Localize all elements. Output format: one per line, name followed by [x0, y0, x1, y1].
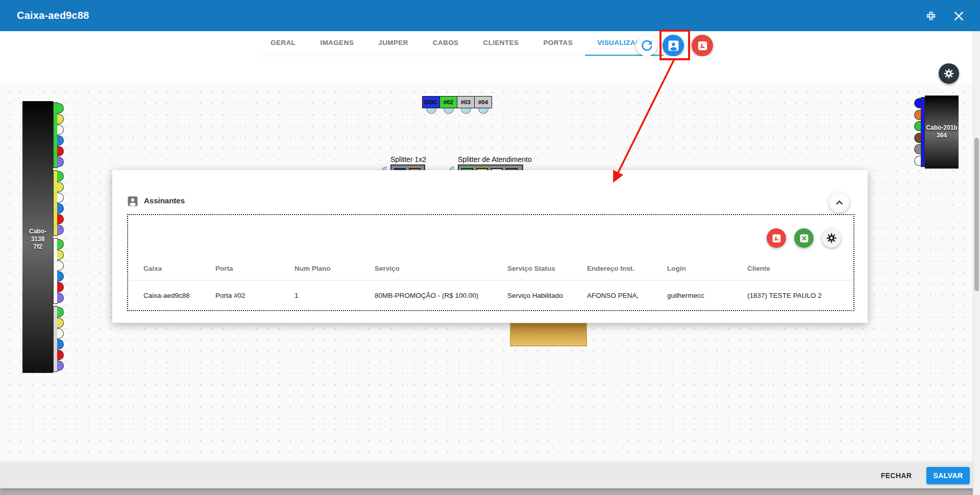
column-header: Serviço Status [507, 265, 587, 272]
fiber-connector [57, 214, 64, 224]
fiber-connector [57, 271, 64, 281]
port-box[interactable]: #02 [440, 96, 457, 114]
fiber-tube [53, 170, 58, 236]
subscribers-table-container: Caixa Porta Num Plano Serviço Serviço St… [127, 214, 854, 311]
caixa-dialog: Caixa-aed9c88 GERAL IMAGENS JUMPER CABOS… [0, 0, 980, 495]
fiber-connector [57, 318, 64, 328]
fiber-tube [53, 238, 58, 304]
collapse-panel-button[interactable] [829, 192, 849, 213]
tabs-bar: GERAL IMAGENS JUMPER CABOS CLIENTES PORT… [0, 31, 973, 56]
fiber-connector [57, 182, 64, 192]
save-button[interactable]: SALVAR [926, 467, 970, 484]
column-header: Serviço [375, 265, 507, 272]
port-connector [444, 108, 454, 114]
port-connector [478, 108, 488, 114]
refresh-button[interactable] [636, 35, 657, 56]
port-box[interactable]: #04 [475, 96, 492, 114]
table-export-excel-button[interactable] [794, 228, 814, 248]
fiber-connector [57, 282, 64, 292]
fiber-connector [57, 103, 64, 113]
export-pdf-button[interactable] [692, 35, 713, 56]
tab-geral[interactable]: GERAL [258, 31, 308, 56]
fiber-connector [914, 156, 921, 166]
fiber-connector [914, 110, 921, 120]
column-header: Num Plano [295, 265, 375, 272]
fiber-connector [57, 250, 64, 260]
subscribers-button[interactable] [663, 35, 684, 56]
table-settings-button[interactable] [822, 228, 841, 248]
table-export-pdf-button[interactable] [767, 228, 786, 248]
pdf-icon [771, 233, 782, 244]
fiber-connector [57, 135, 64, 146]
port-box-label: DOC [424, 99, 437, 105]
gear-icon [943, 68, 954, 79]
cell-porta: Porta #02 [215, 292, 295, 299]
excel-icon [799, 233, 810, 244]
canvas-settings-button[interactable] [939, 63, 959, 84]
tab-imagens[interactable]: IMAGENS [308, 31, 366, 56]
gear-icon [826, 232, 837, 244]
dialog-footer: FECHAR SALVAR [0, 463, 980, 488]
splitter-body[interactable] [510, 323, 587, 346]
tab-list: GERAL IMAGENS JUMPER CABOS CLIENTES PORT… [258, 31, 664, 56]
cell-servico: 80MB-PROMOÇÃO - (R$ 100.00) [375, 292, 507, 299]
fiber-connector [914, 144, 921, 154]
fiber-connector [914, 121, 921, 131]
column-header: Endereço Inst. [587, 265, 667, 272]
table-row[interactable]: Caixa-aed9c88 Porta #02 1 80MB-PROMOÇÃO … [128, 280, 853, 310]
cable-31387f2[interactable]: Cabo-3138 7f2 [22, 101, 53, 373]
fiber-tube [53, 102, 58, 168]
vertical-scrollbar[interactable] [973, 31, 980, 495]
splitter-label: Splitter 1x2 [390, 155, 426, 163]
port-box[interactable]: DOC [423, 96, 440, 114]
cell-servico-status: Serviço Habilitado [507, 292, 587, 299]
cell-num-plano: 1 [295, 292, 375, 299]
tab-jumper[interactable]: JUMPER [366, 31, 421, 56]
toolbar: Cabos Cabo-201b364, Cabo-31387f2 [0, 56, 973, 84]
fiber-connector [57, 203, 64, 214]
port-box-label: #04 [478, 99, 488, 105]
fiber-tube [53, 306, 58, 372]
assinantes-panel: Assinantes [112, 170, 868, 323]
cell-caixa: Caixa-aed9c88 [143, 292, 215, 299]
cable-label: Cabo-3138 7f2 [22, 228, 53, 251]
compress-icon[interactable] [924, 9, 938, 23]
cable-201b364[interactable]: Cabo-201b 364 [925, 96, 959, 169]
fiber-connector [57, 339, 64, 349]
subscribers-badge-icon [127, 195, 139, 209]
fiber-connector [57, 171, 64, 181]
close-icon[interactable] [951, 9, 966, 23]
table-header-row: Caixa Porta Num Plano Serviço Serviço St… [128, 256, 853, 280]
column-header: Porta [215, 265, 295, 272]
fiber-connector [57, 114, 64, 124]
port-strip: DOC #02 #03 #04 [423, 96, 492, 114]
close-dialog-button[interactable]: FECHAR [871, 466, 922, 485]
column-header: Cliente [747, 265, 853, 272]
port-connector [461, 108, 471, 114]
table-actions [767, 228, 841, 248]
fiber-connector [57, 261, 64, 271]
chevron-up-icon [833, 196, 846, 209]
fiber-connector [57, 307, 64, 317]
tab-cabos[interactable]: CABOS [421, 31, 471, 56]
fiber-connector [57, 293, 64, 303]
panel-title: Assinantes [144, 196, 185, 205]
port-connector [426, 108, 436, 114]
titlebar: Caixa-aed9c88 [0, 0, 980, 31]
cell-login: guilhermecc [667, 292, 747, 299]
refresh-icon [640, 39, 654, 53]
splitter-label: Splitter de Atendimento [458, 155, 532, 163]
fiber-connector [914, 98, 921, 108]
tab-portas[interactable]: PORTAS [531, 31, 585, 56]
scrollbar-thumb[interactable] [974, 138, 979, 291]
port-box[interactable]: #03 [457, 96, 475, 114]
subscribers-badge-icon [667, 39, 680, 52]
port-box-label: #02 [444, 99, 453, 105]
column-header: Caixa [143, 265, 215, 272]
fiber-tube [921, 97, 925, 167]
tab-clientes[interactable]: CLIENTES [471, 31, 531, 56]
fiber-connector [57, 328, 64, 339]
fiber-connector [57, 146, 64, 156]
fiber-connector [57, 350, 64, 360]
cell-cliente: (1837) TESTE PAULO 2 [747, 292, 853, 299]
